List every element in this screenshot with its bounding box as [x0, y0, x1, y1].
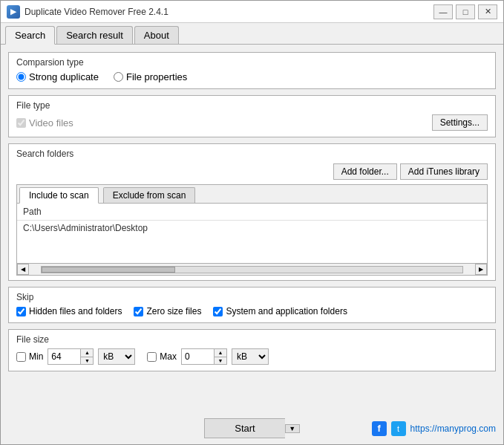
- title-bar: ▶ Duplicate Video Remover Free 2.4.1 — □…: [1, 1, 503, 23]
- comparison-radio-group: Strong duplicate File properties: [16, 71, 488, 82]
- skip-hidden-label: Hidden files and folders: [29, 306, 122, 316]
- scroll-right-arrow[interactable]: ▶: [475, 264, 487, 275]
- main-content: Comparsion type Strong duplicate File pr…: [1, 45, 503, 414]
- max-checkbox-label[interactable]: Max: [147, 351, 177, 362]
- scan-tabs-header: Include to scan Exclude from scan: [17, 185, 487, 204]
- bottom-bar: Start ▼ f t https://manyprog.com: [1, 414, 503, 444]
- tab-about[interactable]: About: [134, 26, 179, 44]
- tab-search[interactable]: Search: [5, 26, 55, 45]
- start-button[interactable]: Start: [204, 418, 284, 438]
- max-spinner-up[interactable]: ▲: [215, 349, 226, 357]
- min-spinner-arrows: ▲ ▼: [81, 349, 93, 364]
- skip-system-option[interactable]: System and application folders: [213, 306, 347, 316]
- skip-zero-checkbox[interactable]: [134, 307, 143, 316]
- file-size-title: File size: [16, 334, 488, 345]
- app-icon: ▶: [7, 5, 20, 19]
- title-bar-left: ▶ Duplicate Video Remover Free 2.4.1: [7, 5, 168, 19]
- exclude-scan-tab[interactable]: Exclude from scan: [103, 187, 196, 203]
- min-value-input[interactable]: [48, 349, 81, 364]
- tab-search-result[interactable]: Search result: [56, 26, 133, 44]
- skip-system-checkbox[interactable]: [213, 307, 223, 316]
- close-button[interactable]: ✕: [478, 4, 497, 19]
- comparison-strong-option[interactable]: Strong duplicate: [16, 71, 99, 82]
- max-spinner-down[interactable]: ▼: [215, 357, 226, 365]
- video-files-checkbox: [16, 118, 26, 128]
- scroll-left-arrow[interactable]: ◀: [17, 264, 29, 275]
- min-checkbox[interactable]: [16, 352, 26, 362]
- minimize-button[interactable]: —: [433, 4, 453, 19]
- settings-button[interactable]: Settings...: [432, 114, 488, 131]
- scroll-track[interactable]: [41, 266, 463, 273]
- table-row: C:\Users\Administrator\Desktop: [17, 221, 487, 236]
- skip-checkboxes: Hidden files and folders Zero size files…: [16, 306, 488, 316]
- facebook-icon[interactable]: f: [372, 421, 387, 436]
- window-title: Duplicate Video Remover Free 2.4.1: [24, 7, 168, 17]
- skip-system-label: System and application folders: [226, 306, 347, 316]
- maximize-button[interactable]: □: [456, 4, 475, 19]
- app-window: ▶ Duplicate Video Remover Free 2.4.1 — □…: [0, 0, 504, 445]
- website-link[interactable]: https://manyprog.com: [410, 423, 496, 434]
- max-value-input[interactable]: [182, 349, 215, 364]
- max-label: Max: [160, 351, 177, 362]
- video-files-option: Video files: [16, 117, 73, 129]
- include-scan-tab[interactable]: Include to scan: [19, 187, 99, 204]
- min-spinner-up[interactable]: ▲: [81, 349, 93, 357]
- max-unit-select[interactable]: kB MB GB: [232, 348, 269, 365]
- footer-right: f t https://manyprog.com: [300, 421, 496, 436]
- horizontal-scrollbar[interactable]: ◀ ▶: [17, 263, 487, 275]
- twitter-icon[interactable]: t: [391, 421, 406, 436]
- max-spinner-arrows: ▲ ▼: [215, 349, 226, 364]
- add-itunes-button[interactable]: Add iTunes library: [400, 163, 488, 180]
- scroll-thumb[interactable]: [42, 267, 175, 273]
- add-folder-button[interactable]: Add folder...: [333, 163, 397, 180]
- search-folders-section: Search folders Add folder... Add iTunes …: [8, 143, 496, 281]
- comparison-title: Comparsion type: [16, 57, 488, 68]
- file-type-section: File type Video files Settings...: [8, 95, 496, 137]
- comparison-strong-label: Strong duplicate: [29, 71, 99, 82]
- comparison-fileprops-option[interactable]: File properties: [114, 71, 187, 82]
- window-controls: — □ ✕: [433, 4, 497, 19]
- file-size-row: Min ▲ ▼ kB MB GB Max: [16, 348, 488, 365]
- search-folders-title: Search folders: [16, 149, 488, 159]
- max-value-spinner[interactable]: ▲ ▼: [181, 348, 227, 365]
- video-files-label: Video files: [29, 117, 73, 129]
- tabs-bar: Search Search result About: [1, 23, 503, 45]
- file-type-row: Video files Settings...: [16, 114, 488, 131]
- min-checkbox-label[interactable]: Min: [16, 351, 43, 362]
- comparison-fileprops-radio[interactable]: [114, 72, 123, 82]
- skip-zero-option[interactable]: Zero size files: [134, 306, 201, 316]
- file-type-title: File type: [16, 100, 488, 111]
- folder-buttons: Add folder... Add iTunes library: [16, 163, 488, 180]
- skip-section: Skip Hidden files and folders Zero size …: [8, 287, 496, 323]
- skip-hidden-option[interactable]: Hidden files and folders: [16, 306, 122, 316]
- skip-title: Skip: [16, 292, 488, 302]
- scan-tabs-container: Include to scan Exclude from scan Path C…: [16, 184, 488, 276]
- skip-zero-label: Zero size files: [146, 306, 201, 316]
- comparison-fileprops-label: File properties: [126, 71, 187, 82]
- start-button-group: Start ▼: [204, 418, 299, 438]
- min-label: Min: [29, 351, 43, 362]
- file-size-section: File size Min ▲ ▼ kB MB GB: [8, 329, 496, 371]
- comparison-section: Comparsion type Strong duplicate File pr…: [8, 52, 496, 89]
- min-value-spinner[interactable]: ▲ ▼: [48, 348, 94, 365]
- max-checkbox[interactable]: [147, 352, 157, 362]
- min-spinner-down[interactable]: ▼: [81, 357, 93, 365]
- skip-hidden-checkbox[interactable]: [16, 307, 26, 316]
- start-dropdown-button[interactable]: ▼: [285, 424, 300, 433]
- min-unit-select[interactable]: kB MB GB: [98, 348, 135, 365]
- comparison-strong-radio[interactable]: [16, 72, 26, 82]
- path-column-header: Path: [17, 204, 487, 221]
- folder-table-area: Path C:\Users\Administrator\Desktop: [17, 204, 487, 263]
